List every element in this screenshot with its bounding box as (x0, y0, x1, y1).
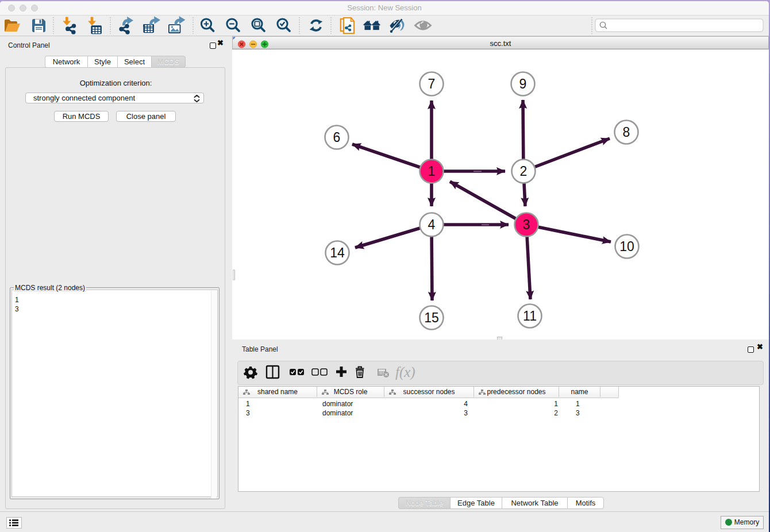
svg-text:3: 3 (523, 217, 530, 232)
svg-text:8: 8 (623, 125, 630, 140)
svg-text:1: 1 (428, 164, 436, 179)
svg-text:4: 4 (428, 217, 436, 232)
svg-text:6: 6 (333, 130, 341, 145)
svg-text:10: 10 (619, 239, 634, 254)
svg-text:11: 11 (523, 309, 537, 323)
svg-text:2: 2 (520, 164, 528, 179)
svg-text:f(x): f(x) (395, 364, 415, 380)
svg-text:14: 14 (330, 245, 345, 260)
svg-text:15: 15 (424, 310, 439, 325)
svg-text:7: 7 (428, 76, 436, 91)
svg-text:9: 9 (519, 76, 527, 91)
